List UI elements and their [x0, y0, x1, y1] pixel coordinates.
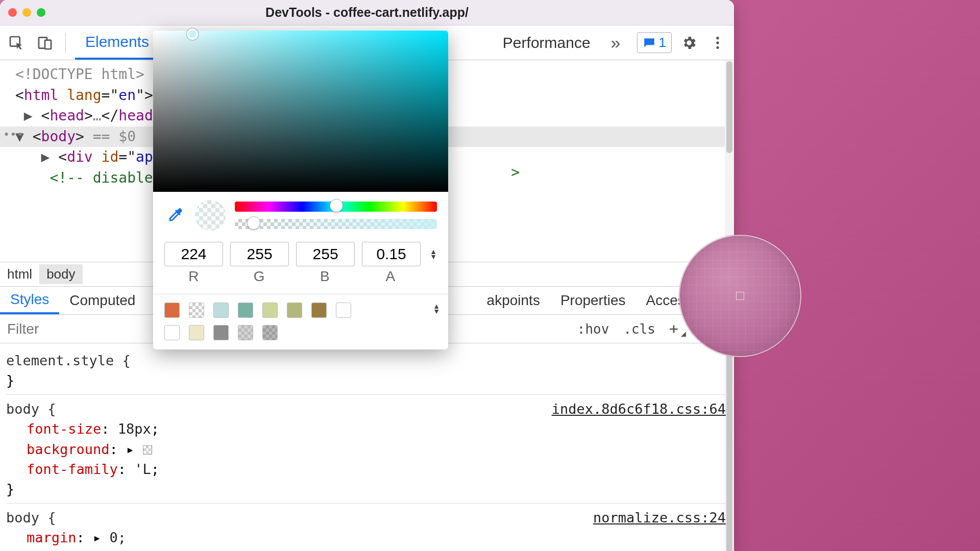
- alpha-thumb[interactable]: [247, 216, 260, 230]
- cls-toggle[interactable]: .cls: [616, 321, 663, 337]
- rgba-labels: R G B A: [153, 268, 448, 292]
- alpha-slider[interactable]: [235, 219, 437, 229]
- sv-cursor[interactable]: [187, 29, 198, 40]
- g-input[interactable]: 255: [230, 242, 289, 266]
- issues-count: 1: [659, 35, 666, 51]
- panel-tabs-right: Performance »: [493, 26, 631, 60]
- color-picker: 224 255 255 0.15 ▲▼ R G B A ▲▼: [153, 31, 448, 349]
- color-swatches: ▲▼: [153, 296, 448, 349]
- swatch[interactable]: [262, 303, 278, 318]
- source-link[interactable]: normalize.css:24: [593, 508, 726, 528]
- dom-scrollbar[interactable]: [725, 60, 734, 262]
- eyedropper-icon[interactable]: [164, 205, 186, 226]
- tab-elements[interactable]: Elements: [75, 26, 159, 60]
- hue-thumb[interactable]: [330, 199, 343, 212]
- css-rule[interactable]: element.style {}: [6, 346, 728, 395]
- eyedropper-loupe[interactable]: [679, 235, 801, 357]
- source-link[interactable]: index.8d6c6f18.css:64: [552, 399, 726, 419]
- subtab-properties[interactable]: Properties: [550, 287, 636, 314]
- svg-rect-2: [45, 40, 51, 48]
- swatch[interactable]: [238, 325, 253, 340]
- swatch[interactable]: [238, 303, 253, 318]
- swatch[interactable]: [311, 303, 327, 318]
- css-rule[interactable]: normalize.css:24body {margin: ▸ 0;}: [6, 504, 728, 551]
- swatch[interactable]: [164, 325, 180, 340]
- swatch[interactable]: [189, 303, 204, 318]
- settings-icon[interactable]: [678, 32, 700, 54]
- issues-badge[interactable]: 1: [637, 32, 672, 53]
- format-stepper[interactable]: ▲▼: [430, 249, 437, 259]
- subtab-styles[interactable]: Styles: [0, 287, 59, 314]
- hue-slider[interactable]: [235, 202, 437, 212]
- device-toolbar-icon[interactable]: [34, 32, 56, 54]
- separator: [65, 33, 66, 53]
- r-input[interactable]: 224: [164, 242, 223, 266]
- swatch[interactable]: [262, 325, 278, 340]
- color-preview: [195, 200, 226, 231]
- styles-pane[interactable]: element.style {}index.8d6c6f18.css:64bod…: [0, 343, 734, 551]
- b-input[interactable]: 255: [296, 242, 355, 266]
- svg-point-4: [716, 41, 719, 44]
- crumb-body[interactable]: body: [39, 264, 82, 284]
- devtools-window: DevTools - coffee-cart.netlify.app/ Elem…: [0, 0, 734, 551]
- new-rule-button[interactable]: [663, 322, 685, 336]
- svg-point-5: [716, 46, 719, 48]
- crumb-html[interactable]: html: [0, 264, 39, 284]
- more-menu-icon[interactable]: [706, 32, 729, 54]
- tab-performance[interactable]: Performance: [493, 26, 601, 60]
- a-input[interactable]: 0.15: [362, 242, 421, 266]
- hov-toggle[interactable]: :hov: [570, 321, 617, 337]
- subtab-breakpoints[interactable]: akpoints: [477, 287, 550, 314]
- swatch[interactable]: [189, 325, 204, 340]
- panel-tabs: Elements: [75, 26, 159, 60]
- saturation-value-field[interactable]: [153, 31, 448, 192]
- swatch-stepper[interactable]: ▲▼: [433, 304, 440, 314]
- css-rule[interactable]: index.8d6c6f18.css:64body {font-size: 18…: [6, 395, 728, 504]
- window-title: DevTools - coffee-cart.netlify.app/: [0, 5, 734, 20]
- swatch[interactable]: [336, 303, 351, 318]
- comment-tail: >: [511, 164, 520, 181]
- titlebar: DevTools - coffee-cart.netlify.app/: [0, 0, 734, 26]
- swatch[interactable]: [213, 325, 229, 340]
- svg-point-3: [716, 37, 719, 39]
- subtab-computed[interactable]: Computed: [59, 287, 145, 314]
- swatch[interactable]: [287, 303, 302, 318]
- tabs-overflow[interactable]: »: [601, 26, 631, 60]
- swatch[interactable]: [164, 303, 180, 318]
- swatch[interactable]: [213, 303, 229, 318]
- inspect-element-icon[interactable]: [5, 32, 28, 54]
